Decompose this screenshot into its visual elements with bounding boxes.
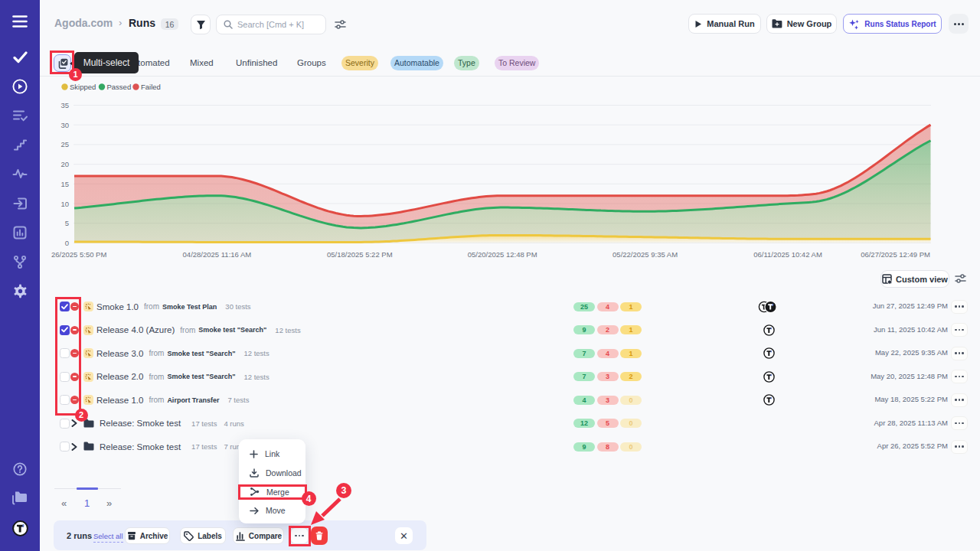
svg-text:25: 25 [60,140,69,148]
svg-text:05/22/2025 9:35 AM: 05/22/2025 9:35 AM [612,250,678,259]
svg-text:05/18/2025 5:22 PM: 05/18/2025 5:22 PM [327,250,393,259]
svg-text:26/2025 5:50 PM: 26/2025 5:50 PM [51,250,106,259]
svg-text:05/20/2025 12:48 PM: 05/20/2025 12:48 PM [468,250,537,259]
svg-text:Passed: Passed [107,83,132,91]
svg-text:06/11/2025 10:42 AM: 06/11/2025 10:42 AM [753,250,822,259]
svg-text:04/28/2025 11:16 AM: 04/28/2025 11:16 AM [183,250,252,259]
svg-text:Failed: Failed [141,83,161,91]
svg-text:0: 0 [65,239,69,247]
svg-text:35: 35 [60,101,69,109]
svg-text:Skipped: Skipped [70,83,96,91]
svg-text:20: 20 [60,160,69,168]
svg-text:06/27/2025 12:49 PM: 06/27/2025 12:49 PM [861,250,930,259]
svg-text:5: 5 [65,219,69,227]
svg-text:15: 15 [60,180,69,188]
svg-text:30: 30 [60,121,69,129]
svg-text:10: 10 [60,200,69,208]
